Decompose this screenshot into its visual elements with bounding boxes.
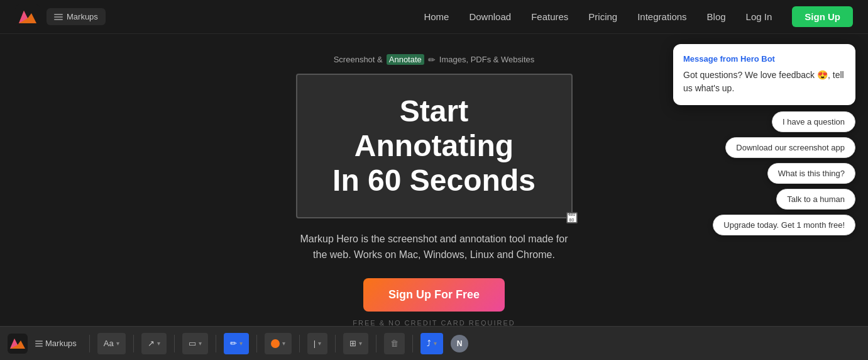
toolbar-arrow-button[interactable]: ↗ ▾ — [141, 333, 167, 354]
quick-reply-upgrade[interactable]: Upgrade today. Get 1 month free! — [713, 215, 855, 235]
toolbar-line-button[interactable]: | ▾ — [307, 333, 327, 354]
toolbar-markups: Markups — [35, 339, 77, 348]
nav-login[interactable]: Log In — [746, 11, 772, 22]
chevron-down-icon-5: ▾ — [282, 340, 285, 347]
cta-signup-button[interactable]: Sign Up For Free — [363, 278, 505, 312]
quick-reply-what[interactable]: What is this thing? — [767, 163, 855, 184]
toolbar-delete-button[interactable]: 🗑 — [384, 333, 405, 354]
chevron-down-icon-7: ▾ — [359, 340, 362, 347]
navbar-left: Markups — [15, 4, 106, 30]
hero-heading: Start Annotating In 60 Seconds — [322, 94, 546, 198]
toolbar-pen-button[interactable]: ✏ ▾ — [224, 333, 249, 354]
color-swatch — [271, 339, 280, 348]
share-icon: ⤴ — [427, 339, 431, 348]
trash-icon: 🗑 — [390, 339, 398, 348]
toolbar-layers-icon — [35, 340, 43, 347]
toolbar-logo-icon — [8, 334, 28, 354]
quick-reply-download[interactable]: Download our screenshot app — [725, 137, 855, 158]
svg-rect-7 — [35, 346, 43, 347]
user-avatar[interactable]: N — [451, 335, 468, 352]
nav-features[interactable]: Features — [531, 11, 568, 22]
arrow-icon: ↗ — [148, 339, 155, 348]
chat-quick-replies: I have a question Download our screensho… — [673, 111, 855, 235]
markups-button[interactable]: Markups — [47, 8, 106, 25]
quick-reply-human[interactable]: Talk to a human — [776, 189, 855, 210]
chevron-down-icon-8: ▾ — [434, 340, 437, 347]
chat-header: Message from Hero Bot — [683, 54, 845, 64]
markups-label: Markups — [67, 12, 98, 21]
annotation-box: Start Annotating In 60 Seconds 48080 — [296, 74, 573, 218]
navbar: Markups Home Download Features Pricing I… — [0, 0, 868, 34]
logo-icon — [15, 4, 40, 30]
subtitle-pre: Screenshot & — [334, 55, 383, 64]
toolbar-divider-6 — [299, 335, 300, 352]
toolbar-markups-label: Markups — [45, 339, 77, 348]
nav-home[interactable]: Home — [424, 11, 449, 22]
chat-bot-name: Hero Bot — [740, 54, 775, 64]
chevron-down-icon-2: ▾ — [157, 340, 160, 347]
toolbar-color-button[interactable]: ▾ — [265, 333, 292, 354]
heading-line1: Start Annotating — [354, 94, 514, 162]
pencil-icon: ✏ — [428, 55, 436, 65]
chevron-down-icon-6: ▾ — [318, 340, 321, 347]
navbar-links: Home Download Features Pricing Integrati… — [424, 6, 853, 27]
quick-reply-question[interactable]: I have a question — [772, 111, 855, 132]
chat-header-pre: Message from — [683, 54, 738, 64]
subtitle-highlight: Annotate — [387, 54, 424, 65]
layers-icon — [54, 13, 63, 21]
chevron-down-icon: ▾ — [116, 340, 119, 347]
chevron-down-icon-4: ▾ — [239, 340, 243, 347]
chevron-down-icon-3: ▾ — [199, 340, 202, 347]
toolbar-divider-2 — [133, 335, 134, 352]
pen-icon: ✏ — [230, 339, 237, 348]
chat-message: Got questions? We love feedback 😍, tell … — [683, 69, 845, 95]
toolbar-divider-3 — [174, 335, 175, 352]
nav-pricing[interactable]: Pricing — [588, 11, 617, 22]
svg-rect-1 — [54, 14, 63, 15]
nav-download[interactable]: Download — [469, 11, 511, 22]
nav-integrations[interactable]: Integrations — [637, 11, 686, 22]
free-notice: FREE & NO CREDIT CARD REQUIRED — [353, 319, 515, 327]
line-icon: | — [314, 339, 316, 348]
toolbar-rect-button[interactable]: ▭ ▾ — [182, 333, 208, 354]
nav-signup-button[interactable]: Sign Up — [792, 6, 853, 27]
chat-widget: Message from Hero Bot Got questions? We … — [673, 44, 855, 235]
svg-rect-2 — [54, 16, 63, 18]
svg-rect-3 — [54, 19, 63, 20]
svg-rect-5 — [35, 340, 43, 342]
toolbar-divider-9 — [412, 335, 413, 352]
toolbar-divider-4 — [216, 335, 216, 352]
nav-blog[interactable]: Blog — [707, 11, 726, 22]
resize-icon: ⊞ — [349, 339, 356, 348]
chat-bubble: Message from Hero Bot Got questions? We … — [673, 44, 855, 105]
hero-subtitle: Screenshot & Annotate ✏ Images, PDFs & W… — [334, 54, 535, 65]
toolbar-divider-1 — [89, 335, 90, 352]
bottom-toolbar: Markups Aa ▾ ↗ ▾ ▭ ▾ ✏ ▾ ▾ | ▾ ⊞ ▾ 🗑 — [0, 326, 868, 360]
toolbar-divider-5 — [256, 335, 257, 352]
toolbar-resize-button[interactable]: ⊞ ▾ — [343, 333, 368, 354]
svg-rect-0 — [15, 4, 40, 30]
heading-line2: In 60 Seconds — [332, 164, 536, 197]
hero-description: Markup Hero is the screenshot and annota… — [296, 231, 573, 263]
toolbar-divider-7 — [335, 335, 336, 352]
toolbar-divider-8 — [376, 335, 376, 352]
resize-handle[interactable]: 48080 — [566, 212, 578, 223]
svg-rect-4 — [8, 334, 28, 354]
svg-rect-6 — [35, 343, 43, 344]
toolbar-share-button[interactable]: ⤴ ▾ — [420, 333, 443, 354]
subtitle-post: Images, PDFs & Websites — [439, 55, 534, 64]
toolbar-font-button[interactable]: Aa ▾ — [97, 333, 126, 354]
rect-icon: ▭ — [189, 339, 196, 348]
